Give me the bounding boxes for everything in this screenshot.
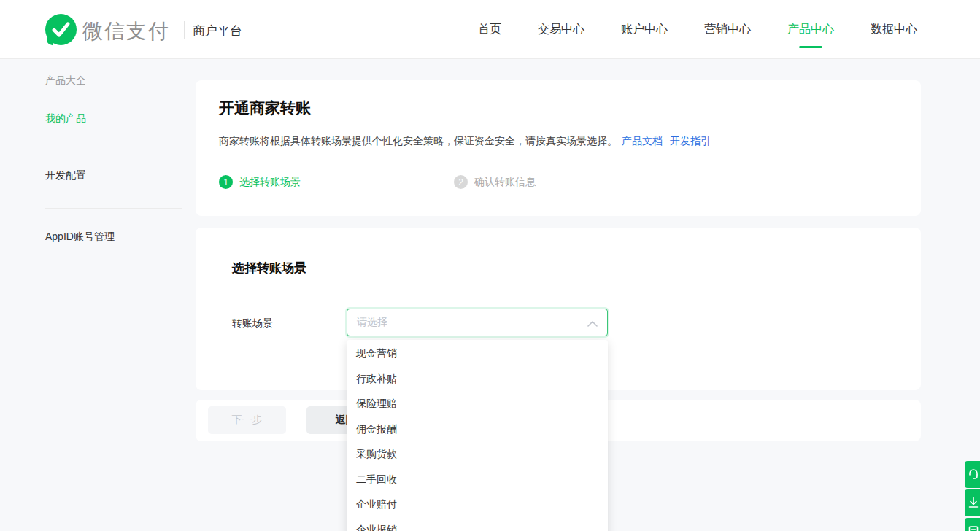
option-admin-subsidy[interactable]: 行政补贴 xyxy=(347,367,608,392)
check-icon xyxy=(45,14,77,45)
step-2-label: 确认转账信息 xyxy=(474,176,536,189)
step-1-label: 选择转账场景 xyxy=(239,176,301,189)
survey-tab[interactable] xyxy=(965,518,980,531)
header-divider xyxy=(184,21,185,39)
nav-data-center[interactable]: 数据中心 xyxy=(871,0,917,58)
page-title: 开通商家转账 xyxy=(219,98,311,118)
step-connector xyxy=(312,182,442,182)
option-secondhand-recycle[interactable]: 二手回收 xyxy=(347,468,608,493)
transfer-scene-select[interactable]: 请选择 xyxy=(347,309,608,336)
download-tab[interactable] xyxy=(965,489,980,516)
chevron-up-icon xyxy=(587,321,598,327)
nav-transaction-center[interactable]: 交易中心 xyxy=(538,0,584,58)
nav-marketing-center[interactable]: 营销中心 xyxy=(704,0,751,58)
nav-home[interactable]: 首页 xyxy=(478,0,501,58)
option-insurance-claim[interactable]: 保险理赔 xyxy=(347,392,608,417)
option-procurement-payment[interactable]: 采购货款 xyxy=(347,442,608,468)
sidebar-item-my-products[interactable]: 我的产品 xyxy=(45,112,86,125)
sidebar-item-dev-config[interactable]: 开发配置 xyxy=(45,169,86,182)
brand-wordmark: 微信支付 xyxy=(82,18,170,45)
nav-account-center[interactable]: 账户中心 xyxy=(621,0,668,58)
sidebar-item-product-catalog[interactable]: 产品大全 xyxy=(45,74,86,88)
dev-guide-link[interactable]: 开发指引 xyxy=(670,135,711,147)
step-2-circle: 2 xyxy=(454,175,468,189)
step-1-circle: 1 xyxy=(219,175,233,189)
portal-name: 商户平台 xyxy=(193,23,242,39)
select-placeholder: 请选择 xyxy=(357,316,387,329)
form-heading: 选择转账场景 xyxy=(232,260,306,276)
survey-icon xyxy=(968,525,979,531)
customer-service-tab[interactable] xyxy=(965,461,980,488)
option-commission[interactable]: 佣金报酬 xyxy=(347,417,608,443)
description-text: 商家转账将根据具体转账场景提供个性化安全策略，保证资金安全，请按真实场景选择。 xyxy=(219,135,617,147)
next-step-button[interactable]: 下一步 xyxy=(208,406,286,434)
wechat-pay-logo-icon xyxy=(45,14,77,45)
intro-card: 开通商家转账 商家转账将根据具体转账场景提供个性化安全策略，保证资金安全，请按真… xyxy=(196,80,921,216)
top-nav: 首页 交易中心 账户中心 营销中心 产品中心 数据中心 xyxy=(478,0,917,58)
step-indicator: 1 选择转账场景 2 确认转账信息 xyxy=(219,175,536,189)
nav-product-center[interactable]: 产品中心 xyxy=(787,0,834,58)
option-cash-marketing[interactable]: 现金营销 xyxy=(347,341,608,367)
sidebar-divider xyxy=(45,208,182,209)
transfer-scene-label: 转账场景 xyxy=(232,317,273,330)
option-enterprise-compensation[interactable]: 企业赔付 xyxy=(347,492,608,518)
sidebar-item-appid-management[interactable]: AppID账号管理 xyxy=(45,230,115,244)
page-description: 商家转账将根据具体转账场景提供个性化安全策略，保证资金安全，请按真实场景选择。产… xyxy=(219,133,711,149)
product-doc-link[interactable]: 产品文档 xyxy=(622,135,663,147)
transfer-scene-dropdown: 现金营销 行政补贴 保险理赔 佣金报酬 采购货款 二手回收 企业赔付 企业报销 xyxy=(347,340,608,531)
top-header: 微信支付 商户平台 首页 交易中心 账户中心 营销中心 产品中心 数据中心 xyxy=(0,0,980,59)
option-enterprise-reimbursement[interactable]: 企业报销 xyxy=(347,518,608,531)
download-icon xyxy=(968,497,979,508)
customer-service-icon xyxy=(968,468,979,480)
sidebar-divider xyxy=(45,150,182,150)
